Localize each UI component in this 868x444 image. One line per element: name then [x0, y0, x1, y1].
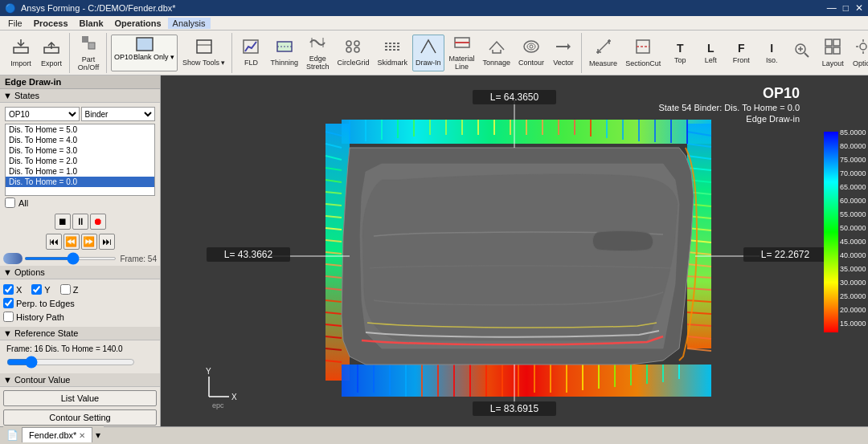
- minimize-btn[interactable]: —: [827, 2, 837, 14]
- list-value-button[interactable]: List Value: [3, 390, 157, 406]
- state-item-1[interactable]: Dis. To Home = 5.0: [6, 124, 154, 135]
- svg-point-25: [530, 45, 533, 48]
- vector-button[interactable]: Vector: [549, 35, 578, 71]
- window-controls[interactable]: — □ ✕: [827, 2, 863, 14]
- close-btn[interactable]: ✕: [855, 2, 863, 14]
- part-icon: [80, 34, 97, 55]
- all-checkbox-input[interactable]: [5, 198, 15, 208]
- blank-only-dropdown-text: Blank Only ▾: [133, 53, 174, 61]
- contour-value-chevron-icon: ▼: [3, 375, 12, 385]
- skidmark-icon: [383, 39, 401, 58]
- op-dropdown[interactable]: OP10: [5, 107, 80, 121]
- part-label: PartOn/Off: [78, 55, 99, 71]
- zoom-button[interactable]: [788, 35, 817, 71]
- y-checkbox[interactable]: Y: [31, 284, 50, 295]
- view-iso-button[interactable]: I Iso.: [757, 35, 786, 71]
- contour-setting-button[interactable]: Contour Setting: [3, 409, 157, 426]
- view-front-button[interactable]: F Front: [727, 35, 755, 71]
- state-item-5[interactable]: Dis. To Home = 1.0: [6, 166, 154, 177]
- circlegrid-label: CircleGrid: [337, 59, 369, 67]
- playback-section: ⏹ ⏸ ⏺ ⏮ ⏪ ⏩ ⏭ Frame: 54: [0, 211, 160, 266]
- view-left-button[interactable]: L Left: [696, 35, 725, 71]
- svg-text:50.0000: 50.0000: [840, 224, 866, 232]
- svg-text:Edge Draw-in: Edge Draw-in: [746, 114, 800, 124]
- play-stop-btn[interactable]: ⏹: [55, 214, 71, 230]
- options-section-header[interactable]: ▼ Options: [0, 266, 160, 279]
- view-top-button[interactable]: T Top: [665, 35, 694, 71]
- tab-add-button[interactable]: ▾: [96, 430, 100, 441]
- state-item-2[interactable]: Dis. To Home = 4.0: [6, 135, 154, 145]
- contour-value-header[interactable]: ▼ Contour Value: [0, 373, 160, 387]
- menubar: File Process Blank Operations Analysis: [0, 16, 868, 31]
- part-onoff-button[interactable]: PartOn/Off: [74, 35, 103, 71]
- menu-process[interactable]: Process: [29, 18, 73, 29]
- reference-state-content: Frame: 16 Dis. To Home = 140.0: [0, 340, 160, 373]
- option-button[interactable]: Option: [849, 35, 868, 71]
- reference-state-chevron-icon: ▼: [3, 328, 12, 338]
- x-checkbox[interactable]: X: [3, 284, 22, 295]
- play-forward-btn[interactable]: ⏩: [81, 234, 97, 250]
- menu-blank[interactable]: Blank: [75, 18, 108, 29]
- tab-fender-label: Fender.dbx*: [29, 430, 76, 440]
- menu-analysis[interactable]: Analysis: [168, 18, 211, 29]
- fld-button[interactable]: FLD: [236, 35, 265, 71]
- layout-label: Layout: [822, 59, 844, 67]
- show-tools-icon: [195, 39, 213, 58]
- frame-slider-input[interactable]: [24, 257, 117, 260]
- circlegrid-button[interactable]: CircleGrid: [334, 35, 372, 71]
- play-skipforward-btn[interactable]: ⏭: [99, 234, 115, 250]
- contour-icon: [522, 39, 540, 58]
- show-tools-label: Show Tools ▾: [182, 59, 225, 67]
- svg-rect-40: [825, 47, 832, 54]
- show-tools-button[interactable]: Show Tools ▾: [179, 35, 228, 71]
- material-line-button[interactable]: MaterialLine: [446, 35, 478, 71]
- play-pause-btn[interactable]: ⏸: [72, 214, 88, 230]
- svg-point-17: [354, 47, 359, 52]
- viewport[interactable]: L= 64.3650 L= 43.3662 L= 22.2672 L= 83.6…: [161, 75, 868, 426]
- import-button[interactable]: Import: [6, 35, 35, 71]
- layout-button[interactable]: Layout: [818, 35, 847, 71]
- state-item-3[interactable]: Dis. To Home = 3.0: [6, 145, 154, 156]
- history-path-input[interactable]: [3, 312, 14, 322]
- export-button[interactable]: Export: [37, 35, 66, 71]
- title-text: Ansys Forming - C:/DEMO/Fender.dbx*: [21, 3, 176, 13]
- tab-close-icon[interactable]: ✕: [79, 431, 85, 440]
- blank-only-button[interactable]: OP10 Blank Only ▾: [111, 35, 178, 71]
- tonnage-icon: [488, 39, 506, 58]
- thinning-button[interactable]: Thinning: [267, 35, 301, 71]
- section-cut-label: SectionCut: [625, 59, 661, 67]
- svg-rect-149: [824, 132, 838, 332]
- skidmark-button[interactable]: Skidmark: [374, 35, 411, 71]
- svg-text:60.0000: 60.0000: [840, 197, 866, 205]
- reference-state-header[interactable]: ▼ Reference State: [0, 327, 160, 340]
- edge-stretch-button[interactable]: EdgeStretch: [303, 35, 333, 71]
- perp-edges-input[interactable]: [3, 298, 14, 308]
- import-icon: [12, 38, 30, 59]
- contour-button[interactable]: Contour: [515, 35, 547, 71]
- measure-button[interactable]: Measure: [586, 35, 620, 71]
- ref-frame-slider[interactable]: [6, 356, 135, 369]
- history-path-checkbox[interactable]: History Path: [3, 310, 157, 324]
- play-skipback-btn[interactable]: ⏮: [46, 234, 62, 250]
- section-cut-button[interactable]: SectionCut: [622, 35, 664, 71]
- menu-operations[interactable]: Operations: [110, 18, 166, 29]
- state-item-4[interactable]: Dis. To Home = 2.0: [6, 156, 154, 166]
- perp-edges-checkbox[interactable]: Perp. to Edges: [3, 296, 157, 310]
- maximize-btn[interactable]: □: [843, 2, 849, 14]
- z-checkbox[interactable]: Z: [60, 284, 79, 295]
- z-checkbox-input[interactable]: [60, 284, 71, 295]
- toolbar-blank-group: OP10 Blank Only ▾ Show Tools ▾: [108, 33, 232, 73]
- menu-file[interactable]: File: [3, 18, 27, 29]
- states-section-header[interactable]: ▼ States: [0, 89, 160, 103]
- x-checkbox-input[interactable]: [3, 284, 14, 295]
- play-record-btn[interactable]: ⏺: [90, 214, 106, 230]
- state-item-6[interactable]: Dis. To Home = 0.0: [6, 177, 154, 187]
- draw-in-button[interactable]: Draw-In: [412, 35, 444, 71]
- tab-fender[interactable]: Fender.dbx* ✕: [22, 427, 92, 442]
- edge-stretch-label: EdgeStretch: [306, 55, 330, 71]
- tonnage-button[interactable]: Tonnage: [480, 35, 514, 71]
- binder-dropdown[interactable]: Binder: [81, 107, 156, 121]
- play-back-btn[interactable]: ⏪: [63, 234, 80, 250]
- y-checkbox-input[interactable]: [31, 284, 42, 295]
- tab-area: 📄 Fender.dbx* ✕ ▾: [3, 426, 104, 444]
